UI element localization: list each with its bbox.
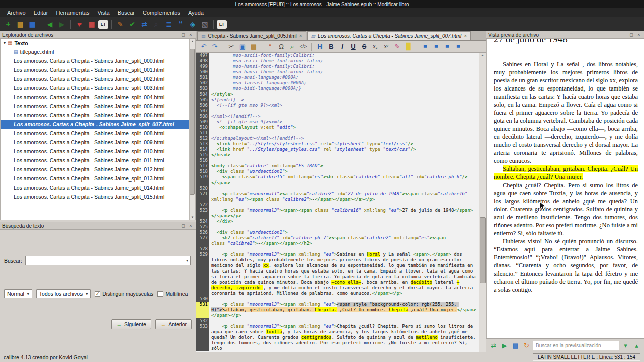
file-list-item[interactable]: Los amorosos. Cartas a Chepita - Sabines… [1,165,195,174]
close-panel-icon[interactable]: × [188,32,194,37]
insert-character-icon[interactable]: Ω [276,42,286,52]
undock-panel-icon[interactable]: ◻ [628,32,634,37]
expander-icon[interactable]: ▾ [4,41,6,45]
editor-scroll-thumb[interactable] [480,217,486,283]
file-list-item[interactable]: Los amorosos. Cartas a Chepita - Sabines… [1,183,195,192]
scroll-up-icon[interactable]: ▲ [479,53,486,58]
compare-book-icon[interactable]: ⇄ [139,19,150,30]
find-next-preview-icon[interactable]: ▾ [621,341,630,350]
arrange-files-icon[interactable]: ▦ [86,19,97,30]
file-list-item[interactable]: ▤titlepage.xhtml [1,47,195,56]
search-replace-icon[interactable]: ⌕ [287,42,297,52]
file-list-item[interactable]: Los amorosos. Cartas a Chepita - Sabines… [1,120,195,129]
reports-icon[interactable]: ▧ [199,19,210,30]
preview-heading[interactable]: 27 de julio de 1948 [494,39,638,48]
italic-icon[interactable]: I [337,42,347,52]
code-line[interactable]: 533 <p class="msonormal3"><span xml:lang… [196,324,479,351]
code-view-icon[interactable]: </> [298,42,308,52]
close-panel-icon[interactable]: × [636,32,642,37]
spellcheck-icon[interactable]: ◈ [187,19,198,30]
edit-book-icon[interactable]: ✎ [115,19,126,30]
code-line[interactable]: 530 [196,296,479,302]
forward-icon[interactable]: ▶ [56,19,67,30]
preview-paragraph[interactable]: Sabines en Horal y La señal , dos libros… [494,60,638,165]
search-icon[interactable]: ⌕ [151,19,162,30]
menu-item-editar[interactable]: Editar [30,9,52,16]
code-line[interactable]: 518 <div class="wordsection1"> [196,169,479,174]
search-mode-select[interactable]: Normal ▾ [4,289,32,298]
code-line[interactable]: 504</style> [196,92,479,97]
multiline-checkbox[interactable] [157,291,163,297]
chevron-down-icon[interactable]: ▾ [186,258,188,263]
refresh-preview-icon[interactable]: ↻ [522,341,531,350]
code-line[interactable]: 501 mso-ansi-language:#000A; [196,75,479,80]
file-list-item[interactable]: Los amorosos. Cartas a Chepita - Sabines… [1,129,195,138]
languagetool-check-icon[interactable]: LT [217,20,227,29]
open-in-editor-icon[interactable]: ▤ [511,341,520,350]
menu-item-ayuda[interactable]: Ayuda [184,9,208,16]
code-line[interactable]: 529 <p class="msonormal3"><span xml:lang… [196,252,479,296]
case-sensitive-option[interactable]: ✓ Distinguir mayúsculas [95,291,153,297]
code-line[interactable]: 524 </div> [196,219,479,224]
editor-tab[interactable]: ▤Los amorosos. Cartas a Chepita - Sabine… [307,31,471,40]
underline-icon[interactable]: U [348,42,358,52]
redo-icon[interactable]: ↷ [210,42,220,52]
code-line[interactable]: 508</xml><![endif]--> [196,114,479,119]
smarten-punctuation-icon[interactable]: “ [175,19,186,30]
menu-item-complementos[interactable]: Complementos [139,9,184,16]
undock-panel-icon[interactable]: ◻ [180,32,186,37]
search-input[interactable]: ▾ [25,256,191,265]
code-line[interactable]: 512</o:shapelayout></xml><![endif]--> [196,136,479,141]
editor-tab[interactable]: ▤Chepita - Sabines Jaime_split_005.html× [197,31,306,40]
close-tab-icon[interactable]: × [464,33,467,39]
snippets-icon[interactable]: ≣ [163,19,174,30]
scroll-up-icon[interactable]: ▲ [191,39,194,44]
menu-item-herramientas[interactable]: Herramientas [52,9,93,16]
bold-icon[interactable]: B [326,42,336,52]
code-line[interactable]: 527 <h2 class="calibre17" id="calibre_pb… [196,235,479,246]
code-line[interactable]: 514 <link href="../Styles/page_styles.cs… [196,147,479,152]
check-book-icon[interactable]: ✔ [127,19,138,30]
menu-item-buscar[interactable]: Buscar [114,9,139,16]
undock-panel-icon[interactable]: ◻ [180,223,186,228]
preview-content[interactable]: 27 de julio de 1948 Sabines en Horal y L… [486,39,644,338]
background-color-icon[interactable]: ▉ [404,42,414,52]
preview-paragraph[interactable]: Saltaban, gesticulaban, gritaban. Chepit… [494,165,638,181]
code-line[interactable]: 507 [196,108,479,114]
file-list-item[interactable]: Los amorosos. Cartas a Chepita - Sabines… [1,83,195,93]
scroll-down-icon[interactable]: ▼ [191,215,194,220]
code-line[interactable]: 520 [196,186,479,191]
code-line[interactable]: 516 [196,158,479,163]
align-right-icon[interactable]: ≡ [442,42,452,52]
code-line[interactable]: 532 [196,318,479,324]
close-tab-icon[interactable]: × [299,33,302,39]
preview-paragraph[interactable]: Hubieras visto! No sé quién pronunció un… [494,237,638,294]
menu-item-archivo[interactable]: Archivo [3,9,30,16]
code-line[interactable]: 528 [196,246,479,252]
subscript-icon[interactable]: x₂ [370,42,380,52]
back-icon[interactable]: ◀ [44,19,55,30]
code-line[interactable]: 517<body class="calibre" xml:lang="ES-TR… [196,163,479,169]
align-center-icon[interactable]: ≡ [431,42,441,52]
languagetool-icon[interactable]: LT [98,20,108,29]
code-line[interactable]: 511 [196,130,479,136]
file-list-item[interactable]: Los amorosos. Cartas a Chepita - Sabines… [1,138,195,147]
case-checkbox[interactable]: ✓ [95,291,100,297]
heading-icon[interactable]: H [315,42,325,52]
smarten-quotes-icon[interactable]: “ [265,42,275,52]
new-file-icon[interactable]: + [3,19,14,30]
file-list-item[interactable]: Los amorosos. Cartas a Chepita - Sabines… [1,174,195,183]
code-line[interactable]: 526 <div class="wordsection1"> [196,230,479,235]
donate-icon[interactable]: ♥ [74,19,85,30]
code-line[interactable]: 515</head> [196,152,479,158]
file-list-item[interactable]: Los amorosos. Cartas a Chepita - Sabines… [1,147,195,156]
text-color-icon[interactable]: ✎ [392,42,403,52]
sync-preview-icon[interactable]: ⇄ [489,341,498,350]
superscript-icon[interactable]: x² [381,42,391,52]
code-line[interactable]: 513 <link href="../Styles/stylesheet.css… [196,141,479,147]
file-list-item[interactable]: Los amorosos. Cartas a Chepita - Sabines… [1,56,195,65]
cut-icon[interactable]: ✂ [226,42,236,52]
paste-icon[interactable]: ▤ [249,42,259,52]
preview-paragraph[interactable]: Chepita ¿cuál? Chepita. Pero si sumo los… [494,181,638,237]
tree-section-texto[interactable]: ▾ ▦ Texto [1,39,195,47]
